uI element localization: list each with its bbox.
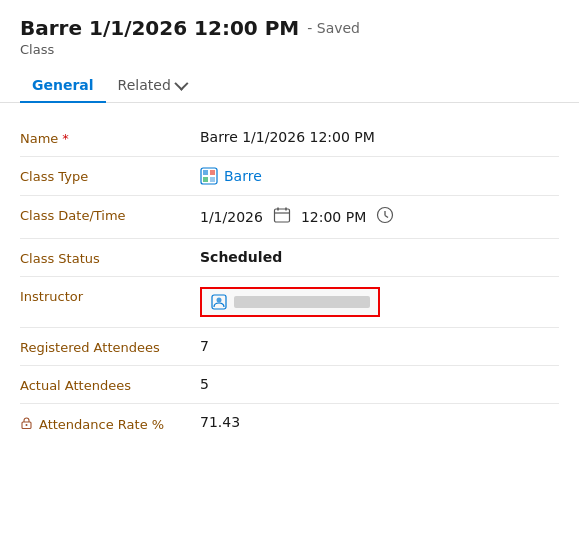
tab-bar: General Related bbox=[0, 61, 579, 103]
value-name: Barre 1/1/2026 12:00 PM bbox=[200, 129, 559, 145]
label-class-status: Class Status bbox=[20, 249, 200, 266]
lock-icon bbox=[20, 416, 33, 432]
svg-rect-2 bbox=[210, 170, 215, 175]
tab-general-label: General bbox=[32, 77, 94, 93]
field-instructor: Instructor bbox=[20, 277, 559, 327]
label-class-datetime: Class Date/Time bbox=[20, 206, 200, 223]
value-class-datetime: 1/1/2026 12:00 PM bbox=[200, 206, 559, 228]
svg-rect-4 bbox=[210, 177, 215, 182]
label-name: Name * bbox=[20, 129, 200, 146]
calendar-icon[interactable] bbox=[273, 206, 291, 228]
class-type-icon bbox=[200, 167, 218, 185]
saved-status: - Saved bbox=[307, 20, 360, 36]
class-type-link[interactable]: Barre bbox=[224, 168, 262, 184]
page-title: Barre 1/1/2026 12:00 PM bbox=[20, 16, 299, 40]
field-class-type: Class Type Barre bbox=[20, 157, 559, 195]
instructor-lookup-field[interactable] bbox=[200, 287, 380, 317]
value-class-status: Scheduled bbox=[200, 249, 559, 265]
page-header: Barre 1/1/2026 12:00 PM - Saved Class bbox=[0, 0, 579, 61]
clock-icon[interactable] bbox=[376, 206, 394, 228]
label-class-type: Class Type bbox=[20, 167, 200, 184]
label-attendance-rate: Attendance Rate % bbox=[20, 414, 200, 432]
value-class-type[interactable]: Barre bbox=[200, 167, 559, 185]
chevron-down-icon bbox=[174, 77, 188, 91]
svg-rect-1 bbox=[203, 170, 208, 175]
field-registered-attendees: Registered Attendees 7 bbox=[20, 328, 559, 365]
svg-point-15 bbox=[26, 424, 28, 426]
time-value: 12:00 PM bbox=[301, 209, 366, 225]
required-indicator: * bbox=[62, 131, 69, 146]
value-attendance-rate: 71.43 bbox=[200, 414, 559, 430]
tab-related[interactable]: Related bbox=[106, 69, 197, 103]
label-registered-attendees: Registered Attendees bbox=[20, 338, 200, 355]
record-type: Class bbox=[20, 42, 559, 57]
tab-general[interactable]: General bbox=[20, 69, 106, 103]
person-icon bbox=[210, 293, 228, 311]
instructor-placeholder-bar bbox=[234, 296, 370, 308]
label-actual-attendees: Actual Attendees bbox=[20, 376, 200, 393]
svg-rect-3 bbox=[203, 177, 208, 182]
label-instructor: Instructor bbox=[20, 287, 200, 304]
field-class-datetime: Class Date/Time 1/1/2026 12:00 PM bbox=[20, 196, 559, 238]
field-name: Name * Barre 1/1/2026 12:00 PM bbox=[20, 119, 559, 156]
svg-rect-5 bbox=[274, 209, 289, 222]
date-value: 1/1/2026 bbox=[200, 209, 263, 225]
value-instructor[interactable] bbox=[200, 287, 559, 317]
value-registered-attendees: 7 bbox=[200, 338, 559, 354]
value-actual-attendees: 5 bbox=[200, 376, 559, 392]
field-attendance-rate: Attendance Rate % 71.43 bbox=[20, 404, 559, 442]
tab-related-label: Related bbox=[118, 77, 171, 93]
field-class-status: Class Status Scheduled bbox=[20, 239, 559, 276]
field-actual-attendees: Actual Attendees 5 bbox=[20, 366, 559, 403]
svg-point-13 bbox=[217, 298, 222, 303]
svg-line-11 bbox=[385, 216, 388, 218]
form-body: Name * Barre 1/1/2026 12:00 PM Class Typ… bbox=[0, 103, 579, 458]
header-title-row: Barre 1/1/2026 12:00 PM - Saved bbox=[20, 16, 559, 40]
